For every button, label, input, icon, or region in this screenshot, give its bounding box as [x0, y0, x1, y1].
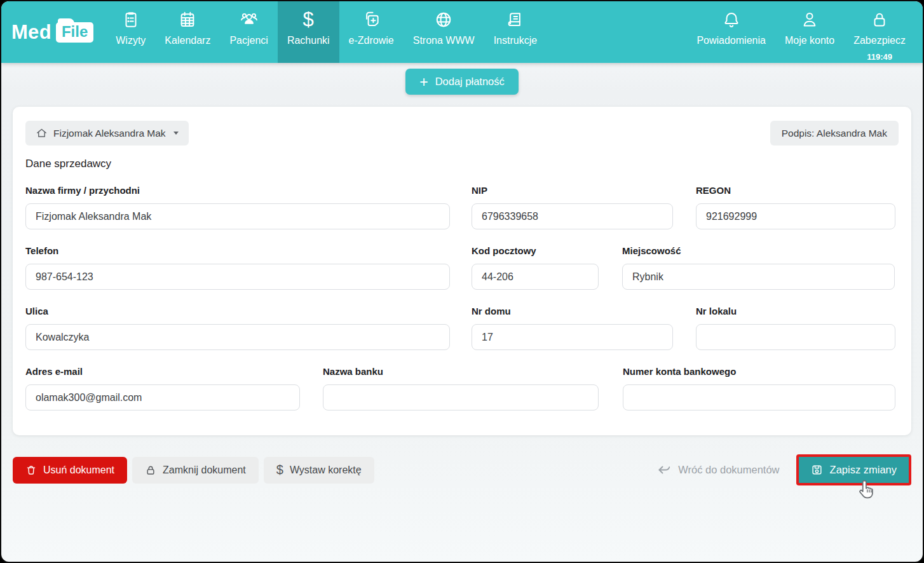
lock-icon	[870, 10, 889, 30]
app-window: Med File Wizyty	[0, 0, 924, 563]
street-label: Ulica	[25, 306, 450, 316]
hand-cursor-icon	[857, 479, 876, 500]
nav-tab-powiadomienia[interactable]: Powiadomienia	[687, 1, 775, 63]
postal-code-label: Kod pocztowy	[472, 245, 599, 256]
close-document-button[interactable]: Zamknij dokument	[132, 457, 259, 484]
company-selector-button[interactable]: Fizjomak Aleksandra Mak	[25, 121, 189, 146]
bell-icon	[722, 10, 741, 30]
document-actions: Usuń dokument Zamknij dokument $ Wystaw …	[13, 454, 911, 485]
trash-icon	[25, 465, 37, 476]
app-logo[interactable]: Med File	[1, 1, 106, 63]
section-title: Dane sprzedawcy	[25, 158, 899, 170]
email-input[interactable]	[25, 384, 300, 410]
apartment-number-label: Nr lokalu	[696, 306, 895, 316]
nav-tab-label: Kalendarz	[165, 35, 210, 46]
save-highlight-frame: Zapisz zmiany	[796, 454, 911, 485]
bank-name-label: Nazwa banku	[323, 366, 599, 377]
nav-tab-label: Zabezpiecz	[853, 35, 906, 46]
nav-tab-label: e-Zdrowie	[349, 35, 394, 46]
nav-tab-pacjenci[interactable]: Pacjenci	[220, 1, 277, 63]
seller-data-card: Fizjomak Aleksandra Mak Podpis: Aleksand…	[13, 107, 911, 435]
nav-tab-label: Strona WWW	[413, 35, 475, 46]
nav-tab-zabezpiecz[interactable]: Zabezpiecz 119:49	[844, 1, 915, 63]
nav-tab-label: Wizyty	[116, 35, 146, 46]
nav-tab-label: Pacjenci	[229, 35, 268, 46]
email-label: Adres e-mail	[25, 366, 300, 377]
postal-code-input[interactable]	[472, 264, 599, 290]
issue-correction-label: Wystaw korektę	[290, 465, 362, 476]
nav-tab-wizyty[interactable]: Wizyty	[106, 1, 155, 63]
phone-label: Telefon	[25, 245, 450, 256]
nav-tab-label: Rachunki	[287, 35, 330, 46]
book-icon	[506, 10, 525, 30]
nav-tab-rachunki[interactable]: $ Rachunki	[278, 1, 339, 63]
nav-tab-ezdrowie[interactable]: e-Zdrowie	[339, 1, 404, 63]
city-input[interactable]	[622, 264, 895, 290]
add-payment-button[interactable]: + Dodaj płatność	[405, 69, 519, 95]
clipboard-icon	[121, 10, 140, 30]
nip-input[interactable]	[472, 203, 673, 229]
nav-right: Powiadomienia Moje konto	[687, 1, 923, 63]
nav-tab-label: Powiadomienia	[696, 35, 766, 46]
save-icon	[811, 464, 823, 476]
globe-icon	[434, 10, 453, 30]
nip-label: NIP	[472, 185, 673, 196]
company-selector-label: Fizjomak Aleksandra Mak	[53, 128, 166, 139]
nav-tab-instrukcje[interactable]: Instrukcje	[484, 1, 547, 63]
bank-name-input[interactable]	[323, 384, 599, 410]
dollar-icon: $	[303, 10, 314, 30]
padlock-icon	[145, 465, 156, 476]
nav-tab-strona-www[interactable]: Strona WWW	[404, 1, 484, 63]
regon-input[interactable]	[696, 203, 895, 229]
street-input[interactable]	[25, 324, 450, 350]
nav-tab-moje-konto[interactable]: Moje konto	[775, 1, 844, 63]
company-name-input[interactable]	[25, 203, 450, 229]
close-document-label: Zamknij dokument	[163, 465, 246, 476]
nav-tabs: Wizyty Kalendarz	[106, 1, 547, 63]
back-to-documents-link[interactable]: Wróć do dokumentów	[656, 463, 779, 478]
logo-text-med: Med	[11, 21, 51, 44]
patients-icon	[239, 10, 259, 30]
home-icon	[36, 127, 48, 139]
city-label: Miejscowość	[622, 245, 895, 256]
ehealth-icon	[362, 10, 381, 30]
delete-document-label: Usuń dokument	[43, 465, 114, 476]
house-number-input[interactable]	[472, 324, 673, 350]
add-payment-row: + Dodaj płatność	[1, 63, 923, 95]
dollar-icon: $	[276, 463, 283, 477]
bank-account-input[interactable]	[623, 384, 895, 410]
navbar: Med File Wizyty	[1, 1, 923, 63]
calendar-icon	[178, 10, 197, 30]
bank-account-label: Numer konta bankowego	[623, 366, 895, 377]
back-to-documents-label: Wróć do dokumentów	[678, 464, 779, 476]
apartment-number-input[interactable]	[696, 324, 895, 350]
house-number-label: Nr domu	[472, 306, 673, 316]
company-name-label: Nazwa firmy / przychodni	[25, 185, 450, 196]
regon-label: REGON	[696, 185, 895, 196]
back-arrow-icon	[656, 463, 672, 478]
nav-tab-label: Instrukcje	[494, 35, 537, 46]
issue-correction-button[interactable]: $ Wystaw korektę	[264, 457, 374, 484]
user-icon	[800, 10, 819, 30]
add-payment-label: Dodaj płatność	[435, 76, 505, 88]
delete-document-button[interactable]: Usuń dokument	[13, 457, 127, 484]
logo-folder-icon: File	[56, 22, 93, 43]
caret-down-icon	[173, 132, 179, 135]
signature-button[interactable]: Podpis: Aleksandra Mak	[770, 121, 899, 146]
session-timer: 119:49	[867, 52, 892, 62]
plus-icon: +	[419, 76, 428, 88]
save-changes-label: Zapisz zmiany	[830, 464, 897, 476]
save-changes-button[interactable]: Zapisz zmiany	[799, 457, 909, 483]
nav-tab-kalendarz[interactable]: Kalendarz	[155, 1, 220, 63]
phone-input[interactable]	[25, 264, 450, 290]
nav-tab-label: Moje konto	[785, 35, 834, 46]
